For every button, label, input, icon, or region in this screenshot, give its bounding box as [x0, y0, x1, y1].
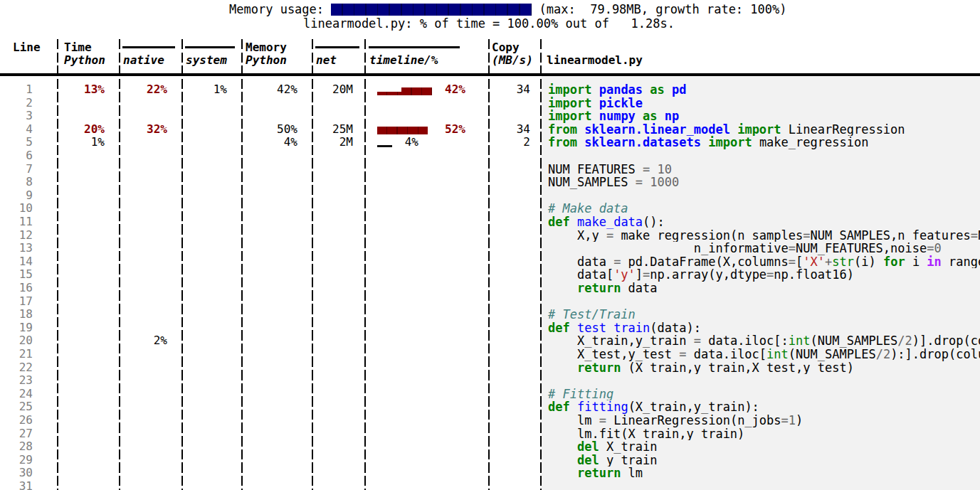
col-header-memory-python: Python [246, 53, 287, 67]
line-number: 14 [0, 255, 57, 269]
metric-system [181, 215, 241, 229]
metric-time [57, 388, 119, 401]
code-token: sklearn.linear_model [584, 123, 730, 137]
metric-time [57, 400, 119, 414]
code-token: import [548, 97, 591, 110]
metric-system [181, 348, 241, 361]
metric-native [119, 215, 181, 229]
code-token: = [679, 348, 693, 361]
metric-time [57, 361, 119, 375]
metric-system [181, 242, 241, 255]
line-number: 27 [0, 427, 57, 441]
line-number: 23 [0, 374, 57, 388]
metric-mem [241, 361, 312, 375]
col-header-system: system [186, 53, 227, 67]
col-header-time: Time [64, 41, 92, 54]
metric-mem: 42% [241, 83, 312, 97]
metric-mem [241, 97, 312, 110]
metric-system [181, 282, 241, 295]
metric-time [57, 480, 119, 490]
metric-native [119, 374, 181, 388]
code-token: np.array(y,dtype [650, 268, 766, 282]
metric-copy [488, 149, 540, 163]
metric-time [57, 189, 119, 203]
code-token: (X_train,y_train): [628, 400, 759, 414]
profile-row-27: 27 lm.fit(X_train,y_train) [0, 427, 980, 441]
metric-net [312, 255, 364, 269]
metric-mem [241, 202, 312, 215]
metric-net [312, 308, 364, 321]
metric-copy [488, 348, 540, 361]
metric-system [181, 149, 241, 163]
timeline-cell [364, 427, 488, 441]
code-token: = [636, 176, 650, 189]
metric-time [57, 268, 119, 282]
code-token: [ [796, 255, 803, 269]
code-token: range( [942, 255, 980, 269]
metric-system [181, 136, 241, 149]
timeline-cell [364, 149, 488, 163]
line-number: 26 [0, 414, 57, 427]
line-number: 5 [0, 136, 57, 149]
code-line: NUM_SAMPLES = 1000 [540, 176, 980, 189]
code-token [570, 215, 577, 229]
code-token: lm [621, 467, 643, 480]
code-line: n_informative=NUM_FEATURES,noise=0 [540, 242, 980, 255]
metric-system: 1% [181, 83, 241, 97]
scalene-profiler-report: Memory usage: (max: 79.98MB, growth rate… [0, 0, 980, 490]
code-token: fitting [577, 400, 628, 414]
profile-row-10: 10# Make data [0, 202, 980, 215]
code-token: make_regression(n_samples [621, 229, 803, 243]
metric-copy [488, 189, 540, 203]
code-line: import pandas as pd [540, 83, 980, 97]
line-number: 4 [0, 123, 57, 137]
timeline-percent: 42% [445, 83, 465, 97]
metric-copy [488, 454, 540, 467]
profile-row-21: 21 X_test,y_test = data.iloc[int(NUM_SAM… [0, 348, 980, 361]
metric-mem [241, 189, 312, 203]
code-token: ) [796, 414, 803, 427]
code-token: def [548, 400, 570, 414]
timeline-percent: 4% [405, 136, 418, 149]
timeline-cell [364, 242, 488, 255]
metric-native [119, 295, 181, 309]
code-token: = [803, 229, 810, 243]
timeline-cell [364, 361, 488, 375]
native-column-rule [122, 46, 175, 48]
timeline-cell: 4% [364, 136, 488, 149]
profile-rows: 113%22%1%42%20M42%34import pandas as pd2… [0, 83, 980, 490]
metric-net [312, 400, 364, 414]
code-token: data.iloc[: [708, 334, 789, 348]
timeline-percent: 52% [445, 123, 465, 137]
metric-time [57, 97, 119, 110]
memory-usage-label: Memory usage: [229, 3, 331, 16]
time-summary: linearmodel.py: % of time = 100.00% out … [303, 17, 675, 31]
metric-copy [488, 427, 540, 441]
code-line: return (X_train,y_train,X_test,y_test) [540, 361, 980, 375]
code-token [636, 110, 643, 123]
metric-native [119, 136, 181, 149]
code-token [548, 454, 577, 467]
code-token: make_regression [752, 136, 869, 149]
line-number: 12 [0, 229, 57, 243]
code-token: ):].drop(columns [890, 348, 980, 361]
profile-row-13: 13 n_informative=NUM_FEATURES,noise=0 [0, 242, 980, 255]
timeline-cell [364, 202, 488, 215]
code-token: = [927, 242, 934, 255]
metric-net [312, 229, 364, 243]
code-token: / [876, 348, 883, 361]
line-number: 20 [0, 334, 57, 348]
code-token: X_train,y_train [548, 334, 694, 348]
metric-native [119, 400, 181, 414]
metric-copy [488, 268, 540, 282]
col-header-timeline: timeline/% [369, 53, 438, 67]
timeline-column-rule [369, 46, 460, 48]
system-column-rule [185, 46, 235, 48]
code-token: int [789, 334, 811, 348]
profile-row-2: 2import pickle [0, 97, 980, 110]
metric-mem [241, 308, 312, 321]
metric-time [57, 308, 119, 321]
metric-time [57, 255, 119, 269]
metric-system [181, 123, 241, 137]
code-token: for [883, 255, 905, 269]
